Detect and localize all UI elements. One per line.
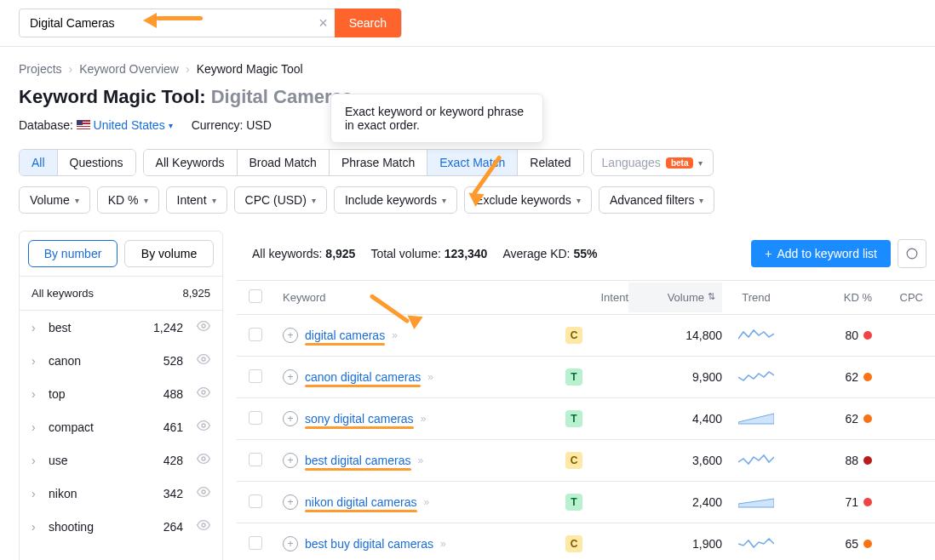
chevron-down-icon: ▾ <box>75 196 79 205</box>
double-chevron-icon[interactable]: » <box>392 329 398 341</box>
tab-broad-match[interactable]: Broad Match <box>238 150 330 175</box>
sidebar-item-use[interactable]: › use 428 <box>20 443 222 477</box>
chevron-right-icon: › <box>32 487 40 500</box>
trend-sparkline <box>722 535 790 552</box>
double-chevron-icon[interactable]: » <box>418 454 424 466</box>
double-chevron-icon[interactable]: » <box>440 538 446 550</box>
database-link[interactable]: United States ▾ <box>94 118 173 132</box>
row-checkbox[interactable] <box>249 369 262 383</box>
tab-related[interactable]: Related <box>518 150 582 175</box>
filter-cpc-usd-[interactable]: CPC (USD)▾ <box>234 186 327 214</box>
sidebar-item-compact[interactable]: › compact 461 <box>20 410 222 443</box>
chevron-down-icon: ▾ <box>144 196 148 205</box>
chevron-down-icon: ▾ <box>698 158 703 168</box>
kd-cell: 65 <box>790 537 872 551</box>
filter-exclude-keywords[interactable]: Exclude keywords▾ <box>464 186 592 214</box>
filter-kd-[interactable]: KD %▾ <box>97 186 159 214</box>
add-keyword-icon[interactable]: + <box>283 411 298 426</box>
kd-dot-icon <box>863 498 872 506</box>
tab-exact-match[interactable]: Exact Match <box>427 150 518 175</box>
sidebar-item-best[interactable]: › best 1,242 <box>20 311 222 344</box>
row-checkbox[interactable] <box>249 411 262 425</box>
tab-all-keywords[interactable]: All Keywords <box>144 150 238 175</box>
volume-cell: 9,900 <box>628 370 722 384</box>
intent-badge: T <box>565 369 582 386</box>
filter-include-keywords[interactable]: Include keywords▾ <box>334 186 457 214</box>
row-checkbox[interactable] <box>249 328 262 341</box>
row-checkbox[interactable] <box>249 536 262 550</box>
add-keyword-icon[interactable]: + <box>283 494 298 510</box>
row-checkbox[interactable] <box>249 494 262 508</box>
kd-dot-icon <box>863 331 872 340</box>
add-keyword-icon[interactable]: + <box>283 453 298 468</box>
double-chevron-icon[interactable]: » <box>424 496 430 508</box>
languages-dropdown[interactable]: Languages beta ▾ <box>591 149 714 176</box>
eye-icon[interactable] <box>197 485 210 501</box>
col-volume[interactable]: Volume ⇅ <box>628 283 722 312</box>
keyword-link[interactable]: canon digital cameras <box>305 370 421 384</box>
filter-intent[interactable]: Intent▾ <box>166 186 227 214</box>
breadcrumb-item[interactable]: Keyword Overview <box>79 62 179 76</box>
sort-desc-icon: ⇅ <box>708 291 715 304</box>
eye-icon[interactable] <box>197 452 210 468</box>
volume-cell: 14,800 <box>628 329 722 342</box>
search-input[interactable] <box>20 9 312 37</box>
col-cpc[interactable]: CPC <box>872 291 923 304</box>
row-checkbox[interactable] <box>249 453 262 466</box>
kd-cell: 88 <box>790 454 872 467</box>
clear-icon[interactable]: × <box>312 14 335 32</box>
main-panel: All keywords: 8,925 Total volume: 123,34… <box>237 231 935 560</box>
intent-badge: C <box>565 452 582 469</box>
eye-icon[interactable] <box>197 419 210 435</box>
col-keyword[interactable]: Keyword <box>283 291 565 304</box>
tab-questions[interactable]: Questions <box>58 150 135 175</box>
eye-icon[interactable] <box>197 518 210 534</box>
kd-dot-icon <box>863 540 872 548</box>
sidebar-all-keywords[interactable]: All keywords 8,925 <box>20 276 222 311</box>
kd-dot-icon <box>863 456 872 465</box>
eye-icon[interactable] <box>197 319 210 335</box>
sidebar: By number By volume All keywords 8,925 ›… <box>19 231 223 560</box>
keywords-table: Keyword Intent Volume ⇅ Trend KD % CPC +… <box>237 280 935 560</box>
chevron-right-icon: › <box>32 321 40 334</box>
sidebar-tab-by-number[interactable]: By number <box>28 240 118 267</box>
keyword-link[interactable]: digital cameras <box>305 329 385 342</box>
filter-volume[interactable]: Volume▾ <box>19 186 90 214</box>
double-chevron-icon[interactable]: » <box>427 371 433 383</box>
tab-phrase-match[interactable]: Phrase Match <box>330 150 427 175</box>
add-keyword-icon[interactable]: + <box>283 369 298 385</box>
search-button[interactable]: Search <box>335 9 401 37</box>
keyword-link[interactable]: sony digital cameras <box>305 412 414 426</box>
sidebar-tab-by-volume[interactable]: By volume <box>124 240 214 267</box>
tab-all[interactable]: All <box>20 150 58 175</box>
flag-us-icon <box>77 120 90 129</box>
keyword-link[interactable]: best digital cameras <box>305 454 411 467</box>
col-intent[interactable]: Intent <box>565 291 628 304</box>
sidebar-item-canon[interactable]: › canon 528 <box>20 344 222 377</box>
export-button[interactable] <box>898 239 926 268</box>
eye-icon[interactable] <box>197 386 210 402</box>
stats-row: All keywords: 8,925 Total volume: 123,34… <box>237 231 935 280</box>
chevron-right-icon: › <box>32 420 40 434</box>
chevron-right-icon: › <box>32 354 40 368</box>
sidebar-item-nikon[interactable]: › nikon 342 <box>20 477 222 510</box>
col-trend[interactable]: Trend <box>722 291 790 304</box>
add-keyword-icon[interactable]: + <box>283 328 298 343</box>
sidebar-item-shooting[interactable]: › shooting 264 <box>20 510 222 543</box>
select-all-checkbox[interactable] <box>249 289 262 303</box>
intent-badge: T <box>565 494 582 511</box>
sidebar-item-top[interactable]: › top 488 <box>20 377 222 410</box>
keyword-link[interactable]: best buy digital cameras <box>305 537 433 551</box>
double-chevron-icon[interactable]: » <box>421 413 427 425</box>
table-row: + digital cameras » C 14,800 80 <box>237 314 935 356</box>
breadcrumb-item[interactable]: Projects <box>19 62 62 76</box>
keyword-link[interactable]: nikon digital cameras <box>305 495 417 509</box>
breadcrumb: Projects › Keyword Overview › Keyword Ma… <box>0 47 935 83</box>
add-keyword-icon[interactable]: + <box>283 536 298 551</box>
filter-advanced-filters[interactable]: Advanced filters▾ <box>599 186 715 214</box>
chevron-down-icon: ▾ <box>169 121 173 130</box>
add-to-keyword-list-button[interactable]: + Add to keyword list <box>751 240 891 267</box>
chevron-right-icon: › <box>32 520 40 534</box>
col-kd[interactable]: KD % <box>790 291 872 304</box>
eye-icon[interactable] <box>197 352 210 369</box>
